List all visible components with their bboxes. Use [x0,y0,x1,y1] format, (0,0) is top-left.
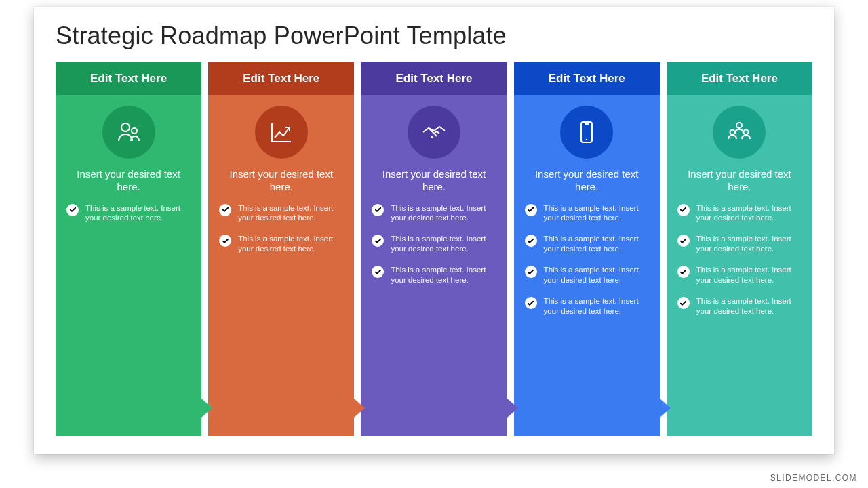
check-icon [525,297,537,309]
bullet-list: This is a sample text. Insert your desir… [677,203,802,328]
column-subtitle[interactable]: Insert your desired text here. [66,168,191,194]
svg-point-1 [132,128,137,134]
arrow-connector-icon [354,399,365,418]
bullet-list: This is a sample text. Insert your desir… [372,203,496,297]
roadmap-columns: Edit Text HereInsert your desired text h… [56,62,812,436]
bullet-item[interactable]: This is a sample text. Insert your desir… [372,265,496,285]
column-header[interactable]: Edit Text Here [667,62,812,95]
check-icon [677,204,690,216]
column-body: Insert your desired text here.This is a … [361,95,507,436]
bullet-text: This is a sample text. Insert your desir… [696,296,802,317]
column-body: Insert your desired text here.This is a … [208,95,354,436]
bullet-item[interactable]: This is a sample text. Insert your desir… [677,203,802,224]
team-icon [713,106,766,159]
slide: Strategic Roadmap PowerPoint Template Ed… [34,7,834,454]
roadmap-column: Edit Text HereInsert your desired text h… [667,62,812,436]
check-icon [372,204,384,216]
bullet-text: This is a sample text. Insert your desir… [544,234,649,254]
bullet-text: This is a sample text. Insert your desir… [391,234,496,254]
arrow-connector-icon [507,399,518,418]
roadmap-column: Edit Text HereInsert your desired text h… [208,62,354,436]
handshake-icon [408,106,460,159]
check-icon [677,266,690,278]
svg-point-4 [586,139,588,141]
roadmap-column: Edit Text HereInsert your desired text h… [361,62,507,436]
people-icon [102,106,155,159]
arrow-connector-icon [660,399,671,418]
column-subtitle[interactable]: Insert your desired text here. [372,168,496,194]
check-icon [677,235,690,247]
check-icon [66,204,79,216]
bullet-item[interactable]: This is a sample text. Insert your desir… [677,234,802,254]
check-icon [219,204,231,216]
bullet-text: This is a sample text. Insert your desir… [85,203,191,224]
bullet-text: This is a sample text. Insert your desir… [544,265,649,285]
column-body: Insert your desired text here.This is a … [56,95,201,436]
bullet-text: This is a sample text. Insert your desir… [238,234,343,254]
bullet-list: This is a sample text. Insert your desir… [525,203,649,328]
svg-point-5 [736,123,742,128]
watermark: SLIDEMODEL.COM [770,473,857,483]
bullet-item[interactable]: This is a sample text. Insert your desir… [66,203,191,224]
check-icon [372,266,384,278]
bullet-text: This is a sample text. Insert your desir… [544,296,649,317]
bullet-item[interactable]: This is a sample text. Insert your desir… [525,234,649,254]
column-body: Insert your desired text here.This is a … [514,95,660,436]
check-icon [372,235,384,247]
bullet-text: This is a sample text. Insert your desir… [391,265,496,285]
bullet-list: This is a sample text. Insert your desir… [219,203,343,266]
growth-chart-icon [255,106,308,159]
column-header[interactable]: Edit Text Here [361,62,507,95]
bullet-item[interactable]: This is a sample text. Insert your desir… [525,265,649,285]
bullet-list: This is a sample text. Insert your desir… [66,203,191,235]
bullet-item[interactable]: This is a sample text. Insert your desir… [219,203,343,224]
smartphone-icon [560,106,613,159]
bullet-item[interactable]: This is a sample text. Insert your desir… [525,296,649,317]
bullet-text: This is a sample text. Insert your desir… [696,265,802,285]
bullet-item[interactable]: This is a sample text. Insert your desir… [372,234,496,254]
bullet-item[interactable]: This is a sample text. Insert your desir… [372,203,496,224]
check-icon [525,204,537,216]
bullet-item[interactable]: This is a sample text. Insert your desir… [677,296,802,317]
bullet-text: This is a sample text. Insert your desir… [696,203,802,224]
check-icon [525,235,537,247]
bullet-text: This is a sample text. Insert your desir… [696,234,802,254]
column-subtitle[interactable]: Insert your desired text here. [677,168,802,194]
svg-point-0 [121,123,130,131]
slide-title: Strategic Roadmap PowerPoint Template [56,22,812,50]
bullet-text: This is a sample text. Insert your desir… [238,203,343,224]
bullet-item[interactable]: This is a sample text. Insert your desir… [219,234,343,254]
check-icon [677,297,690,309]
bullet-text: This is a sample text. Insert your desir… [391,203,496,224]
arrow-connector-icon [201,399,212,418]
roadmap-column: Edit Text HereInsert your desired text h… [56,62,201,436]
svg-point-6 [730,130,735,135]
bullet-item[interactable]: This is a sample text. Insert your desir… [525,203,649,224]
svg-point-7 [744,130,749,135]
column-body: Insert your desired text here.This is a … [667,95,812,436]
column-header[interactable]: Edit Text Here [56,62,201,95]
column-subtitle[interactable]: Insert your desired text here. [525,168,649,194]
bullet-text: This is a sample text. Insert your desir… [544,203,649,224]
bullet-item[interactable]: This is a sample text. Insert your desir… [677,265,802,285]
column-header[interactable]: Edit Text Here [514,62,660,95]
column-header[interactable]: Edit Text Here [208,62,354,95]
check-icon [525,266,537,278]
roadmap-column: Edit Text HereInsert your desired text h… [514,62,660,436]
check-icon [219,235,231,247]
column-subtitle[interactable]: Insert your desired text here. [219,168,343,194]
